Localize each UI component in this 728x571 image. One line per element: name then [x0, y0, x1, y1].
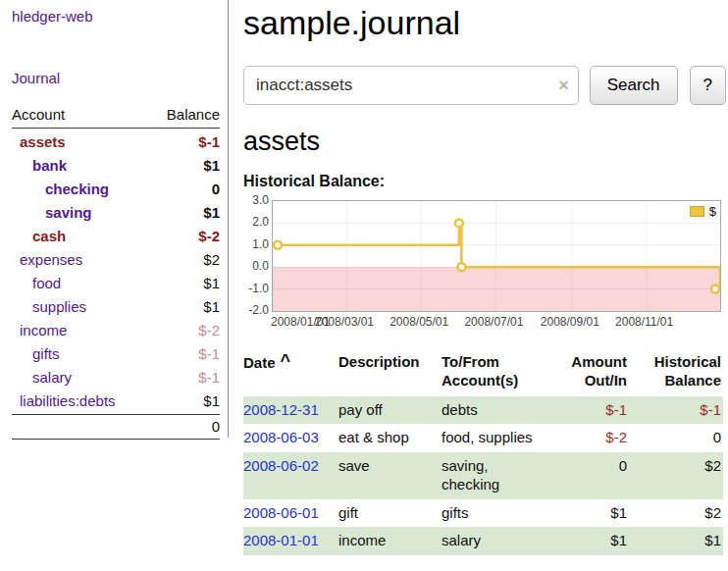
sidebar-account-link[interactable]: salary — [12, 366, 72, 389]
table-row: 2008-06-01giftgifts$1$2 — [243, 499, 723, 528]
register-header-row: Date^ Description To/From Account(s) Amo… — [243, 351, 723, 396]
sidebar-account-link[interactable]: income — [12, 319, 67, 342]
x-axis-tick-label: 2008/03/01 — [315, 315, 374, 329]
balance-cell: $-1 — [629, 396, 723, 425]
accounts-header: Account Balance — [12, 106, 220, 129]
legend-label: $ — [709, 204, 716, 219]
accounts-cell: food, supplies — [442, 424, 540, 452]
amount-cell: $1 — [540, 527, 629, 555]
date-link[interactable]: 2008-12-31 — [243, 401, 319, 418]
clear-search-icon[interactable]: × — [558, 76, 569, 96]
page-title: sample.journal — [243, 4, 726, 42]
sidebar-account-link[interactable]: liabilities:debts — [12, 389, 116, 413]
accounts-header-account: Account — [12, 106, 65, 123]
account-section-title: assets — [243, 127, 726, 157]
sidebar-account-link[interactable]: checking — [12, 178, 109, 201]
date-cell: 2008-06-01 — [243, 499, 338, 528]
date-cell: 2008-06-02 — [243, 452, 338, 499]
y-axis-tick-label: -2.0 — [243, 303, 269, 317]
chart-legend: $ — [690, 204, 716, 219]
sidebar-account-row: income$-2 — [12, 319, 220, 342]
description-cell: save — [338, 452, 442, 499]
search-input[interactable] — [243, 66, 579, 105]
account-balance: $-1 — [198, 130, 220, 154]
sidebar-account-link[interactable]: food — [12, 272, 61, 295]
account-list: assets$-1bank$1checking0saving$1cash$-2e… — [12, 130, 220, 413]
sidebar-account-row: food$1 — [12, 272, 220, 295]
search-box: × — [243, 66, 579, 105]
sidebar-account-link[interactable]: gifts — [12, 342, 60, 366]
accounts-header-balance: Balance — [167, 106, 220, 123]
column-header-account[interactable]: To/From Account(s) — [442, 351, 540, 396]
sidebar-account-row: gifts$-1 — [12, 342, 220, 366]
table-row: 2008-06-03eat & shopfood, supplies$-20 — [243, 424, 723, 452]
app-title-link[interactable]: hledger-web — [12, 8, 220, 25]
help-button[interactable]: ? — [690, 66, 726, 105]
amount-cell: $1 — [540, 499, 629, 528]
historical-balance-chart: $ 3.02.01.00.0-1.0-2.02008/01/012008/03/… — [243, 196, 726, 336]
sidebar-item-journal[interactable]: Journal — [12, 70, 220, 86]
chart-canvas — [273, 201, 720, 311]
date-link[interactable]: 2008-01-01 — [243, 532, 319, 548]
x-axis-tick-label: 2008/07/01 — [464, 315, 523, 329]
sidebar-account-row: bank$1 — [12, 154, 220, 178]
search-button[interactable]: Search — [590, 66, 678, 105]
sidebar-account-link[interactable]: expenses — [12, 248, 82, 272]
amount-cell: $-1 — [540, 396, 629, 425]
description-cell: income — [338, 527, 442, 555]
description-cell: pay off — [338, 396, 442, 425]
accounts-total-row: 0 — [12, 414, 220, 440]
accounts-cell: gifts — [442, 499, 540, 528]
column-header-description[interactable]: Description — [338, 351, 442, 396]
sidebar-account-row: assets$-1 — [12, 130, 220, 154]
x-axis-tick-label: 2008/05/01 — [390, 315, 448, 329]
chart-plot-area: $ — [272, 200, 721, 312]
sidebar-account-link[interactable]: assets — [12, 130, 66, 154]
column-header-balance[interactable]: Historical Balance — [629, 351, 723, 396]
y-axis-tick-label: 0.0 — [243, 259, 269, 273]
sort-ascending-icon: ^ — [281, 352, 291, 370]
date-cell: 2008-12-31 — [243, 396, 338, 425]
y-axis-tick-label: 3.0 — [243, 193, 269, 207]
register-table: Date^ Description To/From Account(s) Amo… — [243, 351, 723, 555]
column-header-date-label: Date — [243, 354, 276, 371]
chart-title: Historical Balance: — [243, 173, 726, 190]
sidebar: hledger-web Journal Account Balance asse… — [0, 0, 229, 438]
description-cell: gift — [338, 499, 442, 528]
account-balance: $2 — [203, 248, 220, 272]
account-balance: $1 — [203, 295, 220, 319]
sidebar-account-row: checking0 — [12, 178, 220, 201]
table-row: 2008-06-02savesaving, checking0$2 — [243, 452, 723, 499]
balance-cell: $2 — [629, 499, 723, 528]
column-header-amount[interactable]: Amount Out/In — [540, 351, 629, 396]
amount-cell: $-2 — [540, 424, 629, 452]
account-balance: $1 — [203, 201, 220, 225]
balance-cell: 0 — [629, 424, 723, 452]
y-axis-tick-label: 1.0 — [243, 237, 269, 251]
column-header-date[interactable]: Date^ — [243, 351, 338, 396]
sidebar-account-link[interactable]: saving — [12, 201, 92, 225]
account-balance: $-2 — [198, 319, 220, 342]
accounts-cell: saving, checking — [442, 452, 540, 499]
accounts-cell: debts — [442, 396, 540, 425]
sidebar-account-link[interactable]: supplies — [12, 295, 86, 319]
sidebar-account-link[interactable]: bank — [12, 154, 67, 178]
table-row: 2008-01-01incomesalary$1$1 — [243, 527, 723, 555]
account-balance: $1 — [203, 272, 220, 295]
sidebar-account-row: expenses$2 — [12, 248, 220, 272]
sidebar-account-row: cash$-2 — [12, 225, 220, 248]
main-content: sample.journal × Search ? assets Histori… — [243, 0, 726, 555]
sidebar-account-row: saving$1 — [12, 201, 220, 225]
balance-cell: $2 — [629, 452, 723, 499]
register-table-body: 2008-12-31pay offdebts$-1$-12008-06-03ea… — [243, 396, 723, 556]
legend-swatch-icon — [690, 206, 704, 217]
search-bar: × Search ? — [243, 66, 726, 105]
date-link[interactable]: 2008-06-02 — [243, 457, 319, 474]
x-axis-tick-label: 2008/11/01 — [615, 315, 673, 329]
sidebar-account-link[interactable]: cash — [12, 225, 66, 248]
date-link[interactable]: 2008-06-01 — [243, 504, 319, 521]
description-cell: eat & shop — [338, 424, 442, 452]
account-balance: $-1 — [198, 366, 220, 389]
date-link[interactable]: 2008-06-03 — [243, 429, 319, 445]
table-row: 2008-12-31pay offdebts$-1$-1 — [243, 396, 723, 425]
